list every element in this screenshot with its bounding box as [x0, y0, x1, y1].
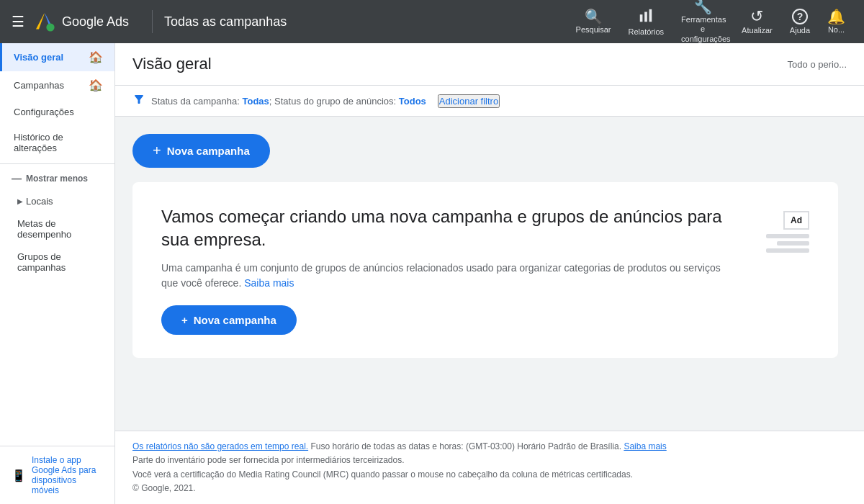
top-nav-page-title: Todas as campanhas [164, 14, 569, 30]
campaigns-icon: 🏠 [89, 78, 103, 92]
sidebar-item-locais[interactable]: ▶ Locais [0, 190, 114, 212]
ad-label: Ad [783, 211, 809, 230]
help-label: Ajuda [790, 26, 810, 35]
notifications-icon: 🔔 [827, 9, 845, 24]
sidebar-footer-app-install[interactable]: 📱 Instale o app Google Ads para disposit… [0, 446, 114, 504]
promo-headline: Vamos começar criando uma nova campanha … [161, 205, 734, 252]
notifications-action-btn[interactable]: 🔔 No... [820, 5, 852, 38]
sidebar-item-locais-label: Locais [26, 196, 53, 207]
phone-icon: 📱 [12, 469, 26, 482]
reports-icon [638, 8, 654, 26]
svg-rect-6 [649, 9, 652, 21]
top-nav-actions: 🔍 Pesquisar Relatórios 🔧 Ferramentas e c… [569, 0, 852, 48]
promo-card: Vamos começar criando uma nova campanha … [132, 182, 838, 358]
refresh-label: Atualizar [742, 26, 773, 35]
footer-inventory-note: Parte do inventário pode ser fornecida p… [132, 454, 847, 467]
new-campaign-label-top: Nova campanha [167, 145, 250, 157]
reports-label: Relatórios [629, 27, 665, 36]
plus-icon-top: + [153, 143, 161, 159]
sidebar: Visão geral 🏠 Campanhas 🏠 Configurações … [0, 43, 115, 504]
content-area: Visão geral Todo o perio... Status da ca… [115, 43, 864, 504]
main-layout: Visão geral 🏠 Campanhas 🏠 Configurações … [0, 43, 864, 504]
add-filter-button[interactable]: Adicionar filtro [438, 94, 500, 108]
footer-copyright: © Google, 2021. [132, 482, 847, 495]
page-title: Visão geral [132, 55, 212, 73]
svg-rect-5 [644, 12, 647, 22]
new-campaign-label-card: Nova campanha [194, 314, 276, 326]
filter-bar: Status da campanha: Todas; Status do gru… [115, 86, 864, 117]
refresh-icon: ↺ [750, 9, 763, 24]
sidebar-section-header-label: Mostrar menos [26, 174, 88, 184]
sidebar-footer-text: Instale o app Google Ads para dispositiv… [32, 455, 103, 495]
period-selector[interactable]: Todo o perio... [788, 59, 847, 70]
report-note-link[interactable]: Os relatórios não são gerados em tempo r… [132, 441, 308, 451]
refresh-action-btn[interactable]: ↺ Atualizar [734, 4, 780, 39]
sidebar-section-toggle[interactable]: — Mostrar menos [0, 167, 114, 190]
google-ads-logo-icon [33, 10, 56, 33]
sidebar-item-metas[interactable]: Metas de desempenho [0, 212, 114, 246]
sidebar-item-metas-label: Metas de desempenho [17, 218, 103, 240]
sidebar-item-configuracoes-label: Configurações [14, 107, 74, 117]
sidebar-item-historico[interactable]: Histórico de alterações [0, 125, 114, 161]
top-navigation: ☰ Google Ads Todas as campanhas 🔍 Pesqui… [0, 0, 864, 43]
ad-illustration: Ad [752, 205, 809, 256]
filter-icon [132, 93, 145, 109]
help-action-btn[interactable]: ? Ajuda [783, 4, 817, 39]
promo-card-text: Vamos começar criando uma nova campanha … [161, 205, 734, 335]
ad-line-long-2 [766, 248, 809, 253]
promo-description: Uma campanha é um conjunto de grupos de … [161, 261, 734, 291]
logo-area: Google Ads [33, 10, 129, 33]
dash-icon: — [12, 173, 22, 184]
filter-status-label: Status da campanha: Todas; Status do gru… [151, 96, 426, 107]
svg-point-3 [46, 23, 54, 31]
nav-divider [152, 10, 153, 33]
new-campaign-button-top[interactable]: + Nova campanha [132, 134, 270, 168]
main-content: + Nova campanha Vamos começar criando um… [115, 117, 864, 431]
help-icon: ? [792, 9, 808, 24]
sidebar-item-visao-geral[interactable]: Visão geral 🏠 [0, 43, 114, 71]
chevron-icon: ▶ [17, 197, 23, 205]
ad-line-short [777, 241, 809, 246]
tools-label: Ferramentas e configurações [681, 15, 724, 44]
svg-rect-4 [640, 14, 643, 22]
app-name-label: Google Ads [62, 14, 129, 30]
sidebar-item-campanhas[interactable]: Campanhas 🏠 [0, 71, 114, 99]
content-header: Visão geral Todo o perio... [115, 43, 864, 86]
sidebar-item-campanhas-label: Campanhas [14, 80, 64, 91]
footer-report-note: Os relatórios não são gerados em tempo r… [132, 440, 847, 454]
footer-mrc-note: Você verá a certificação do Media Rating… [132, 468, 847, 482]
search-label: Pesquisar [576, 25, 611, 34]
search-icon: 🔍 [585, 9, 603, 24]
hamburger-menu-icon[interactable]: ☰ [12, 13, 24, 30]
plus-icon-card: + [181, 314, 188, 326]
reports-action-btn[interactable]: Relatórios [621, 4, 672, 40]
search-action-btn[interactable]: 🔍 Pesquisar [569, 5, 618, 38]
svg-marker-1 [36, 13, 45, 29]
new-campaign-button-card[interactable]: + Nova campanha [161, 305, 297, 335]
content-footer: Os relatórios não são gerados em tempo r… [115, 431, 864, 504]
tools-action-btn[interactable]: 🔧 Ferramentas e configurações [674, 0, 732, 48]
footer-learn-more-link[interactable]: Saiba mais [624, 441, 666, 451]
footer-timezone: Fuso horário de todas as datas e horas: … [310, 441, 621, 451]
sidebar-item-configuracoes[interactable]: Configurações [0, 99, 114, 125]
sidebar-item-grupos[interactable]: Grupos de campanhas [0, 246, 114, 279]
ad-line-long [766, 234, 809, 238]
sidebar-item-visao-geral-label: Visão geral [14, 52, 63, 63]
sidebar-item-grupos-label: Grupos de campanhas [17, 251, 103, 273]
sidebar-item-historico-label: Histórico de alterações [14, 132, 103, 153]
tools-icon: 🔧 [694, 0, 712, 14]
home-icon: 🏠 [89, 50, 103, 64]
sidebar-divider [0, 163, 114, 164]
learn-more-link[interactable]: Saiba mais [244, 277, 294, 289]
notifications-label: No... [828, 25, 845, 34]
